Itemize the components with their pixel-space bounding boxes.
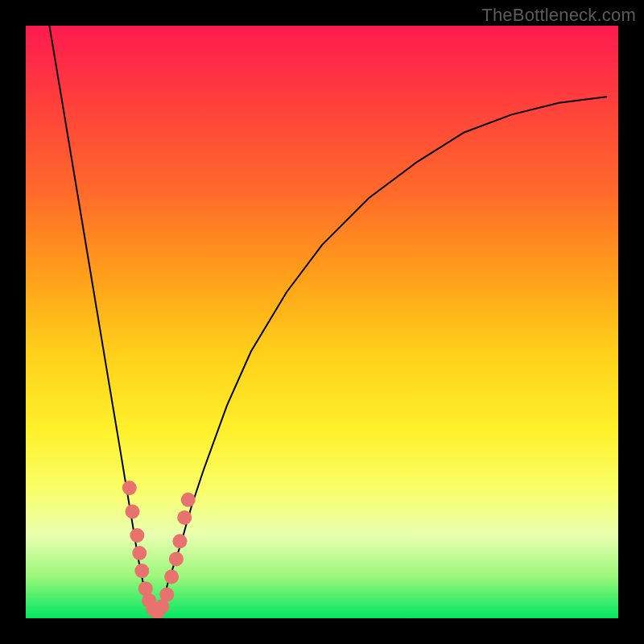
- data-point: [181, 493, 196, 507]
- data-point: [130, 528, 144, 543]
- chart-frame: TheBottleneck.com: [0, 0, 644, 644]
- watermark-text: TheBottleneck.com: [481, 5, 636, 26]
- data-point: [122, 481, 137, 495]
- data-point: [159, 588, 174, 602]
- data-point: [126, 505, 140, 519]
- data-point: [169, 551, 184, 566]
- data-point: [177, 510, 192, 525]
- data-point: [132, 546, 147, 560]
- bottleneck-curve: [49, 26, 606, 618]
- data-point: [172, 534, 187, 548]
- curve-layer: [26, 26, 618, 618]
- knot-group: [122, 481, 196, 618]
- data-point: [134, 564, 149, 578]
- data-point: [164, 570, 179, 584]
- plot-area: [26, 26, 618, 618]
